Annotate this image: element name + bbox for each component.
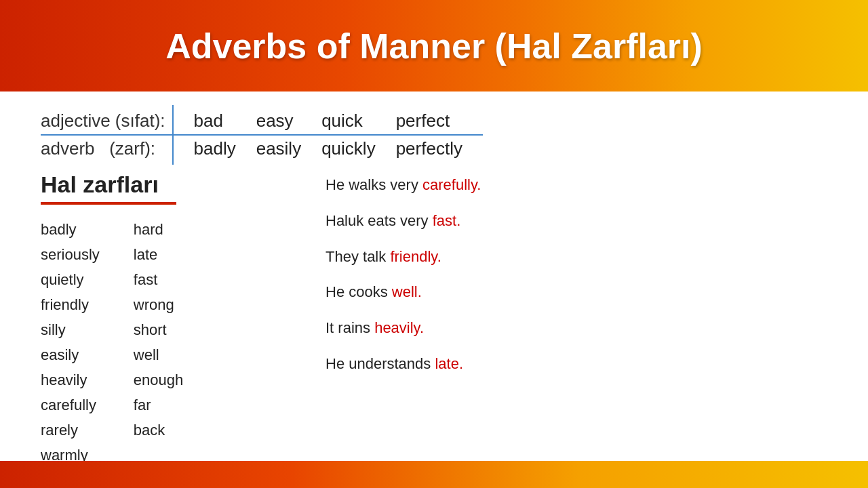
adj-quick: quick bbox=[321, 105, 395, 135]
word-quietly: quietly bbox=[41, 268, 100, 291]
adj-perfect: perfect bbox=[396, 105, 483, 135]
sentence-2: Haluk eats very fast. bbox=[326, 211, 827, 232]
col-spacer bbox=[173, 105, 194, 135]
sentence-6: He understands late. bbox=[326, 354, 827, 375]
sentence-1-highlight: carefully. bbox=[422, 176, 481, 193]
adv-badly: badly bbox=[194, 135, 256, 165]
sentences-section: He walks very carefully. Haluk eats very… bbox=[326, 171, 827, 466]
table-row-adjective: adjective (sıfat): bad easy quick perfec… bbox=[41, 105, 483, 135]
table-row-adverb: adverb (zarf): badly easily quickly perf… bbox=[41, 135, 483, 165]
word-wrong: wrong bbox=[134, 293, 183, 316]
sentence-5-prefix: It rains bbox=[326, 319, 374, 336]
sentence-5-highlight: heavily. bbox=[374, 319, 424, 336]
word-carefully: carefully bbox=[41, 394, 100, 416]
word-easily: easily bbox=[41, 344, 100, 366]
sentence-1: He walks very carefully. bbox=[326, 175, 827, 196]
word-heavily: heavily bbox=[41, 369, 100, 391]
word-friendly: friendly bbox=[41, 293, 100, 316]
word-well: well bbox=[134, 344, 183, 366]
adjective-label: adjective (sıfat): bbox=[41, 105, 173, 135]
hal-underline bbox=[41, 202, 176, 205]
sentence-2-highlight: fast. bbox=[433, 212, 461, 229]
word-columns: badly seriously quietly friendly silly e… bbox=[41, 218, 298, 466]
adv-quickly: quickly bbox=[321, 135, 395, 165]
sentence-3: They talk friendly. bbox=[326, 247, 827, 268]
lower-content: Hal zarfları badly seriously quietly fri… bbox=[41, 171, 827, 466]
adv-easily: easily bbox=[256, 135, 321, 165]
sentence-5: It rains heavily. bbox=[326, 318, 827, 339]
word-short: short bbox=[134, 319, 183, 341]
word-enough: enough bbox=[134, 369, 183, 391]
col-spacer2 bbox=[173, 135, 194, 165]
main-content: adjective (sıfat): bad easy quick perfec… bbox=[0, 92, 868, 480]
adj-bad: bad bbox=[194, 105, 256, 135]
sentence-6-prefix: He understands bbox=[326, 355, 435, 372]
sentence-3-highlight: friendly. bbox=[390, 248, 441, 265]
page-title: Adverbs of Manner (Hal Zarfları) bbox=[165, 26, 703, 66]
adverb-label: adverb (zarf): bbox=[41, 135, 173, 165]
sentence-4-highlight: well. bbox=[392, 283, 422, 300]
sentence-2-prefix: Haluk eats very bbox=[326, 212, 433, 229]
bottom-band bbox=[0, 461, 868, 488]
sentence-6-highlight: late. bbox=[435, 355, 463, 372]
sentence-4-prefix: He cooks bbox=[326, 283, 392, 300]
word-back: back bbox=[134, 419, 183, 441]
sentence-1-prefix: He walks very bbox=[326, 176, 422, 193]
word-hard: hard bbox=[134, 218, 183, 241]
word-silly: silly bbox=[41, 319, 100, 341]
sentence-3-prefix: They talk bbox=[326, 248, 390, 265]
sentence-4: He cooks well. bbox=[326, 282, 827, 303]
header: Adverbs of Manner (Hal Zarfları) bbox=[0, 0, 868, 92]
word-col-1: badly seriously quietly friendly silly e… bbox=[41, 218, 100, 466]
adv-perfectly: perfectly bbox=[396, 135, 483, 165]
adj-easy: easy bbox=[256, 105, 321, 135]
word-seriously: seriously bbox=[41, 243, 100, 266]
hal-section: Hal zarfları badly seriously quietly fri… bbox=[41, 171, 298, 466]
adjective-adverb-table: adjective (sıfat): bad easy quick perfec… bbox=[41, 105, 483, 165]
hal-title: Hal zarfları bbox=[41, 171, 298, 198]
word-col-2: hard late fast wrong short well enough f… bbox=[134, 218, 183, 466]
word-fast: fast bbox=[134, 268, 183, 291]
word-late: late bbox=[134, 243, 183, 266]
word-badly: badly bbox=[41, 218, 100, 241]
word-rarely: rarely bbox=[41, 419, 100, 441]
word-far: far bbox=[134, 394, 183, 416]
